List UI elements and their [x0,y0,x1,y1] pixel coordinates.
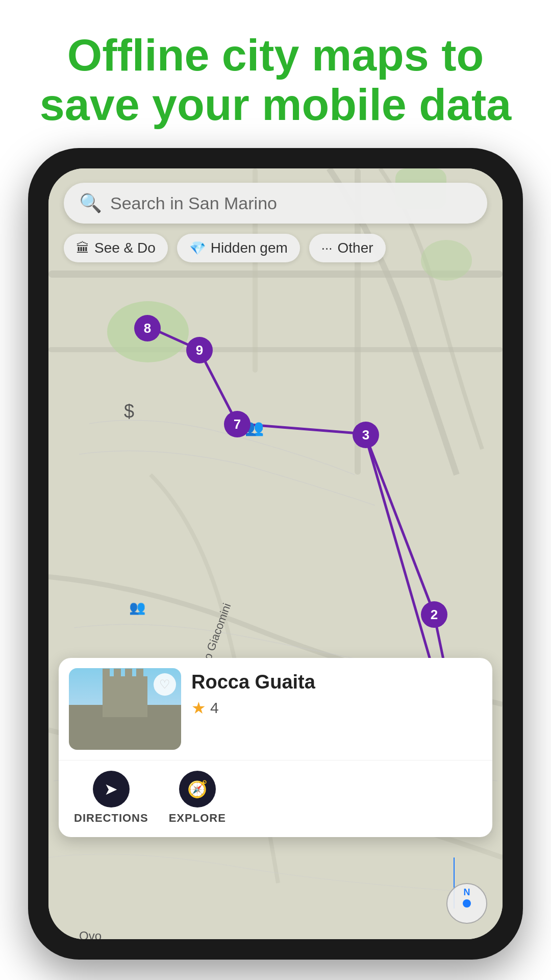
explore-label: EXPLORE [169,812,226,825]
search-input-text[interactable]: Search in San Marino [110,193,277,213]
filter-chip-hidden-gem[interactable]: 💎 Hidden gem [177,234,300,262]
map-marker-7[interactable]: 7 [224,411,251,437]
card-content: ♡ Rocca Guaita ★ 4 [59,658,492,760]
favorite-button[interactable]: ♡ [154,673,176,696]
map-marker-9[interactable]: 9 [186,337,213,363]
search-bar[interactable]: 🔍 Search in San Marino [64,183,487,224]
explore-icon: 🧭 [179,771,216,807]
map-marker-8[interactable]: 8 [134,315,161,341]
compass-center-dot [463,899,471,908]
card-rating: ★ 4 [191,698,482,718]
dollar-map-label: $ [124,401,134,422]
card-actions: ➤ DIRECTIONS 🧭 EXPLORE [59,760,492,837]
svg-line-7 [365,434,434,612]
svg-rect-1 [48,347,503,352]
card-info: Rocca Guaita ★ 4 [191,668,482,728]
app-headline: Offline city maps to save your mobile da… [0,31,551,130]
rating-number: 4 [210,699,219,717]
search-icon: 🔍 [79,192,102,214]
people-map-icon-2: 👥 [129,600,145,616]
hidden-gem-icon: 💎 [189,240,206,256]
svg-point-6 [421,240,472,281]
star-icon: ★ [191,698,206,718]
filter-label-other: Other [338,240,373,256]
directions-icon: ➤ [93,771,130,807]
compass: N [446,883,487,924]
see-do-icon: 🏛 [76,240,89,256]
svg-rect-0 [48,271,503,278]
map-marker-2[interactable]: 2 [421,601,447,628]
place-card: ♡ Rocca Guaita ★ 4 ➤ DIRECTIONS 🧭 E [59,658,492,837]
explore-button[interactable]: 🧭 EXPLORE [169,771,226,825]
phone-frame: $ 👥 👥 no Giacomini Cà Caccio Ovo 8 9 7 3 [28,148,523,960]
map-marker-3[interactable]: 3 [353,422,379,448]
filter-chip-other[interactable]: ··· Other [309,234,386,262]
card-image: ♡ [69,668,181,750]
filter-chips-container: 🏛 See & Do 💎 Hidden gem ··· Other [64,234,386,262]
other-icon: ··· [321,240,333,256]
place-title: Rocca Guaita [191,671,482,693]
place-label-ovo: Ovo [79,929,102,939]
filter-label-hidden-gem: Hidden gem [211,240,288,256]
phone-screen: $ 👥 👥 no Giacomini Cà Caccio Ovo 8 9 7 3 [48,168,503,939]
compass-north-label: N [464,887,470,898]
directions-label: DIRECTIONS [74,812,148,825]
filter-chip-see-do[interactable]: 🏛 See & Do [64,234,168,262]
filter-label-see-do: See & Do [94,240,156,256]
directions-button[interactable]: ➤ DIRECTIONS [74,771,148,825]
headline-line2: save your mobile data [31,80,520,130]
headline-line1: Offline city maps to [31,31,520,80]
